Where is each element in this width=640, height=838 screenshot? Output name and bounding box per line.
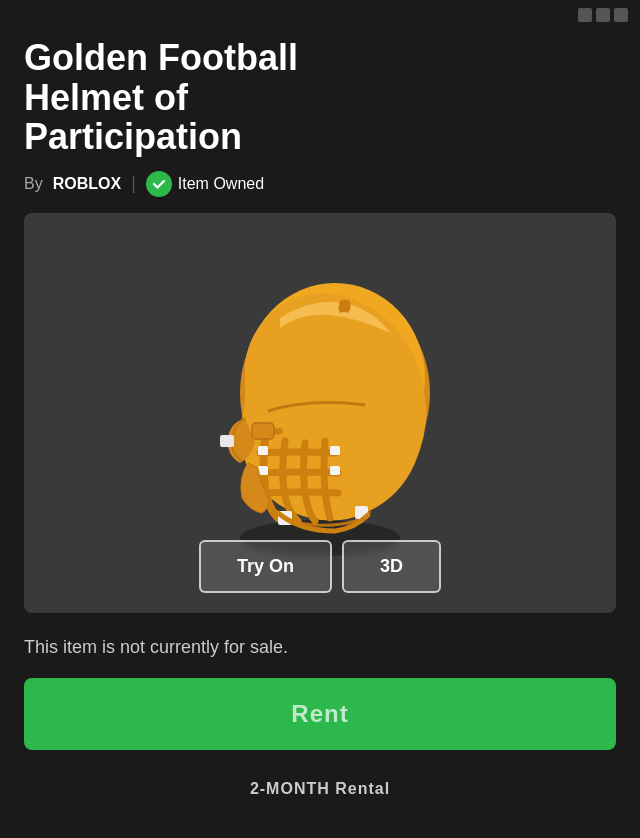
item-meta: By ROBLOX | Item Owned: [24, 171, 616, 197]
svg-rect-4: [252, 423, 274, 439]
rental-period: 2-MONTH Rental: [0, 766, 640, 812]
preview-buttons: Try On 3D: [199, 540, 441, 593]
top-bar: [0, 0, 640, 30]
owned-check-icon: [146, 171, 172, 197]
owned-text: Item Owned: [178, 175, 264, 193]
checkmark-icon: [152, 177, 166, 191]
svg-rect-10: [330, 446, 340, 455]
svg-rect-8: [258, 446, 268, 455]
by-label: By: [24, 175, 43, 193]
owned-badge: Item Owned: [146, 171, 264, 197]
top-bar-dot-2: [596, 8, 610, 22]
sale-status-text: This item is not currently for sale.: [24, 637, 616, 658]
top-bar-dot-1: [578, 8, 592, 22]
header-section: Golden Football Helmet of Participation …: [0, 30, 640, 213]
top-bar-dot-3: [614, 8, 628, 22]
svg-rect-7: [220, 435, 234, 447]
rent-button[interactable]: Rent: [24, 678, 616, 750]
creator-name: ROBLOX: [53, 175, 121, 193]
helmet-svg: [190, 263, 450, 563]
item-title: Golden Football Helmet of Participation: [24, 38, 616, 157]
sale-info-section: This item is not currently for sale. Ren…: [0, 613, 640, 766]
svg-rect-11: [330, 466, 340, 475]
try-on-button[interactable]: Try On: [199, 540, 332, 593]
helmet-visual: [190, 263, 450, 563]
preview-container: Try On 3D: [24, 213, 616, 613]
view-3d-button[interactable]: 3D: [342, 540, 441, 593]
meta-divider: |: [131, 173, 136, 194]
svg-rect-9: [258, 466, 268, 475]
